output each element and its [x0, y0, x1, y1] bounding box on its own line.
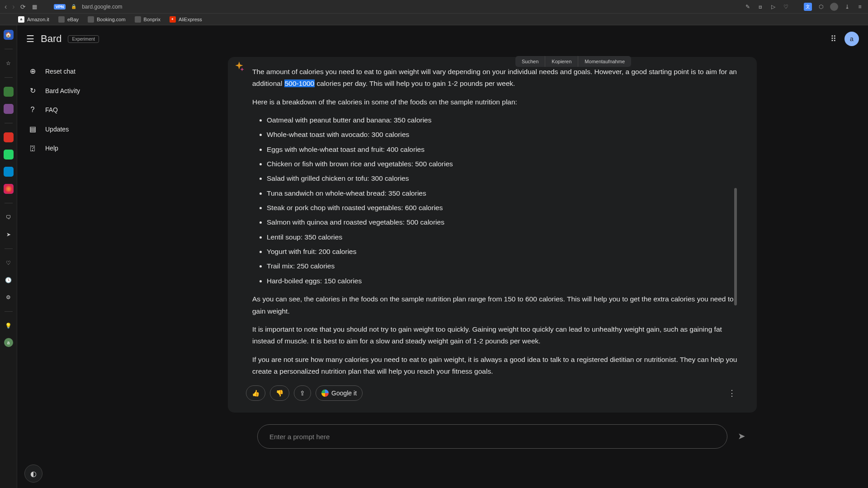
response-breakdown-intro: Here is a breakdown of the calories in s… — [252, 96, 739, 108]
forward-button[interactable]: › — [12, 3, 14, 11]
calorie-list: Oatmeal with peanut butter and banana: 3… — [252, 114, 739, 287]
rail-settings-icon[interactable]: ⚙ — [4, 292, 14, 302]
share-icon: ⇪ — [300, 389, 305, 397]
list-item: Chicken or fish with brown rice and vege… — [267, 158, 739, 170]
play-icon[interactable]: ▷ — [769, 3, 777, 10]
chat-area: Suchen Kopieren Momentaufnahme The amoun… — [144, 52, 868, 488]
edit-icon[interactable]: ✎ — [744, 3, 751, 10]
plus-circle-icon: ⊕ — [28, 67, 37, 75]
extensions-icon[interactable]: ▦ — [31, 3, 38, 10]
context-snapshot[interactable]: Momentaufnahme — [578, 56, 631, 67]
back-button[interactable]: ‹ — [5, 3, 7, 11]
sidebar-item-updates[interactable]: ▤Updates — [17, 119, 144, 139]
bard-logo: Bard — [41, 33, 61, 45]
user-avatar[interactable]: a — [844, 32, 859, 46]
rail-app3-icon[interactable] — [4, 132, 14, 142]
rail-heart-icon[interactable]: ♡ — [4, 258, 14, 268]
download-icon[interactable]: ⤓ — [844, 3, 851, 10]
google-logo-icon — [321, 389, 329, 397]
rail-whatsapp-icon[interactable] — [4, 150, 14, 160]
help-icon: ⍰ — [28, 144, 37, 152]
calendar-icon: ▤ — [28, 125, 37, 133]
list-item: Eggs with whole-wheat toast and fruit: 4… — [267, 144, 739, 155]
bookmark-aliexpress[interactable]: ✦AliExpress — [170, 16, 202, 23]
sidebar-item-label: Reset chat — [45, 68, 75, 75]
lock-icon: 🔒 — [71, 4, 76, 9]
thumbs-down-button[interactable]: 👎 — [270, 385, 289, 401]
rail-history-icon[interactable]: 🕓 — [4, 275, 14, 285]
rail-star-icon[interactable]: ☆ — [4, 58, 14, 68]
camera-icon[interactable]: ⧈ — [757, 3, 764, 10]
context-copy[interactable]: Kopieren — [545, 56, 578, 67]
thumbs-up-button[interactable]: 👍 — [246, 385, 265, 401]
more-options-button[interactable]: ⋮ — [725, 385, 739, 401]
menu-icon[interactable]: ≡ — [856, 3, 863, 10]
bookmark-bonprix[interactable]: Bonprix — [135, 16, 160, 23]
response-advice: If you are not sure how many calories yo… — [252, 354, 739, 378]
google-apps-icon[interactable]: ⠿ — [830, 34, 836, 44]
list-item: Tuna sandwich on whole-wheat bread: 350 … — [267, 188, 739, 199]
shield-icon[interactable]: ⬡ — [817, 3, 825, 10]
sidebar-item-reset-chat[interactable]: ⊕Reset chat — [17, 61, 144, 81]
bookmark-booking[interactable]: Booking.com — [88, 16, 126, 23]
list-item: Trail mix: 250 calories — [267, 260, 739, 272]
response-summary: As you can see, the calories in the food… — [252, 293, 739, 317]
list-item: Steak or pork chop with roasted vegetabl… — [267, 202, 739, 214]
browser-toolbar: ‹ › ⟳ ▦ VPN 🔒 bard.google.com ✎ ⧈ ▷ ♡ 文 … — [0, 0, 868, 14]
bookmark-label: eBay — [67, 17, 79, 22]
rail-bulb-icon[interactable]: 💡 — [4, 321, 14, 331]
response-note: It is important to note that you should … — [252, 324, 739, 347]
heart-icon[interactable]: ♡ — [782, 3, 789, 10]
bookmark-amazon[interactable]: aAmazon.it — [18, 16, 49, 23]
rail-chat-icon[interactable]: 🗨 — [4, 212, 14, 222]
list-item: Yogurt with fruit: 200 calories — [267, 246, 739, 258]
list-item: Lentil soup: 350 calories — [267, 231, 739, 243]
activity-icon: ↻ — [28, 86, 37, 95]
context-search[interactable]: Suchen — [515, 56, 545, 67]
response-intro: The amount of calories you need to eat t… — [252, 66, 739, 90]
rail-instagram-icon[interactable] — [4, 184, 14, 194]
app-rail: 🏠 ☆ 🗨 ➤ ♡ 🕓 ⚙ 💡 a — [0, 25, 17, 488]
bookmarks-bar: aAmazon.it eBay Booking.com Bonprix ✦Ali… — [0, 14, 868, 25]
reload-button[interactable]: ⟳ — [20, 3, 26, 10]
sidebar-item-label: Updates — [45, 126, 69, 133]
list-item: Oatmeal with peanut butter and banana: 3… — [267, 114, 739, 126]
bookmark-label: Amazon.it — [27, 17, 49, 22]
translate-icon[interactable]: 文 — [804, 3, 812, 11]
thumbs-down-icon: 👎 — [276, 389, 283, 397]
rail-telegram-icon[interactable] — [4, 167, 14, 177]
bookmark-label: AliExpress — [179, 17, 202, 22]
google-it-button[interactable]: Google it — [316, 385, 363, 401]
hamburger-button[interactable]: ☰ — [26, 33, 34, 44]
profile-avatar-icon[interactable] — [830, 3, 838, 11]
rail-app1-icon[interactable] — [4, 87, 14, 97]
selection-context-menu: Suchen Kopieren Momentaufnahme — [515, 56, 631, 67]
list-item: Hard-boiled eggs: 150 calories — [267, 275, 739, 287]
prompt-container: ➤ — [257, 424, 727, 449]
google-it-label: Google it — [331, 389, 357, 397]
address-bar[interactable]: bard.google.com — [82, 4, 739, 10]
sidebar-item-activity[interactable]: ↻Bard Activity — [17, 81, 144, 100]
list-item: Salad with grilled chicken or tofu: 300 … — [267, 173, 739, 184]
sidebar-item-label: FAQ — [45, 106, 58, 113]
sidebar-item-label: Bard Activity — [45, 87, 80, 94]
selected-text: 500-1000 — [284, 80, 315, 87]
rail-home-icon[interactable]: 🏠 — [4, 30, 14, 40]
share-button[interactable]: ⇪ — [294, 385, 311, 401]
question-icon: ? — [28, 106, 37, 114]
rail-send-icon[interactable]: ➤ — [4, 230, 14, 239]
scrollbar[interactable] — [734, 61, 737, 351]
sidebar-item-faq[interactable]: ?FAQ — [17, 100, 144, 119]
list-item: Whole-wheat toast with avocado: 300 calo… — [267, 129, 739, 141]
sidebar-item-help[interactable]: ⍰Help — [17, 139, 144, 158]
prompt-input[interactable] — [257, 424, 727, 449]
send-button[interactable]: ➤ — [738, 431, 745, 441]
bookmark-ebay[interactable]: eBay — [58, 16, 79, 23]
theme-toggle-button[interactable]: ◐ — [24, 465, 42, 483]
sidebar: ⊕Reset chat ↻Bard Activity ?FAQ ▤Updates… — [17, 52, 144, 488]
rail-user-avatar[interactable]: a — [4, 338, 13, 347]
vpn-badge: VPN — [54, 4, 66, 9]
list-item: Salmon with quinoa and roasted vegetable… — [267, 216, 739, 228]
sidebar-item-label: Help — [45, 145, 58, 152]
rail-app2-icon[interactable] — [4, 104, 14, 114]
